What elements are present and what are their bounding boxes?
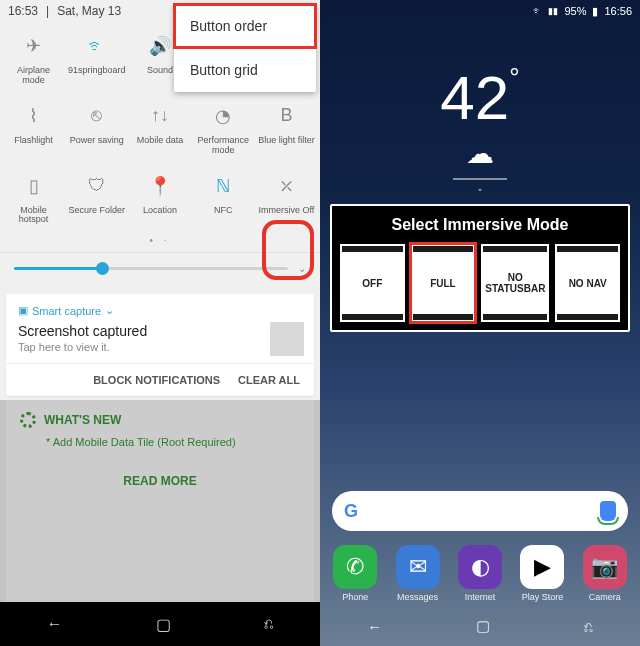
qs-label: Blue light filter <box>258 136 315 146</box>
notif-title: Screenshot captured <box>18 323 302 339</box>
battery-percent: 95% <box>564 5 586 17</box>
qs-tile-location[interactable]: 📍 Location <box>128 166 191 236</box>
messages-icon: ✉ <box>396 545 440 589</box>
qs-label: Secure Folder <box>69 206 126 216</box>
qs-label: NFC <box>214 206 233 216</box>
qs-label: Performance mode <box>194 136 252 156</box>
notif-app: Smart capture <box>32 305 101 317</box>
immersive-option-no-nav[interactable]: NO NAV <box>555 244 620 322</box>
home-icon[interactable]: ▢ <box>476 617 490 635</box>
recents-icon[interactable]: ⎌ <box>584 618 593 635</box>
status-bar: ᯤ ▮▮ 95% ▮ 16:56 <box>320 0 640 22</box>
overflow-menu: Button order Button grid <box>174 4 316 92</box>
mic-icon[interactable] <box>600 501 616 521</box>
clear-all-button[interactable]: CLEAR ALL <box>238 374 300 386</box>
qs-label: Location <box>143 206 177 216</box>
app-label: Camera <box>589 592 621 602</box>
qs-label: Power saving <box>70 136 124 146</box>
qs-tile-power[interactable]: ⎋ Power saving <box>65 96 128 166</box>
dialog-title: Select Immersive Mode <box>336 210 624 240</box>
qs-tile-immersive[interactable]: ⤫ Immersive Off <box>255 166 318 236</box>
immersive-icon: ⤫ <box>274 174 298 198</box>
status-date: Sat, May 13 <box>57 4 121 18</box>
playstore-icon: ▶ <box>520 545 564 589</box>
secure-icon: 🛡 <box>85 174 109 198</box>
whats-new-card: WHAT'S NEW * Add Mobile Data Tile (Root … <box>6 400 314 606</box>
app-label: Internet <box>465 592 496 602</box>
nfc-icon: ℕ <box>211 174 235 198</box>
phone-icon: ✆ <box>333 545 377 589</box>
app-internet[interactable]: ◐ Internet <box>451 545 509 602</box>
qs-tile-perf[interactable]: ◔ Performance mode <box>192 96 255 166</box>
notif-subtitle: Tap here to view it. <box>18 341 302 353</box>
app-label: Play Store <box>522 592 564 602</box>
chevron-down-icon[interactable]: ⌄ <box>105 304 114 317</box>
perf-icon: ◔ <box>211 104 235 128</box>
back-icon[interactable]: ← <box>367 618 382 635</box>
immersive-option-no-statusbar[interactable]: NO STATUSBAR <box>481 244 549 322</box>
flashlight-icon: ⌇ <box>22 104 46 128</box>
app-phone[interactable]: ✆ Phone <box>326 545 384 602</box>
back-icon[interactable]: ← <box>47 615 63 633</box>
widget-underline <box>453 178 507 180</box>
qs-label: 91springboard <box>68 66 126 76</box>
sound-icon: 🔊 <box>148 34 172 58</box>
bluefilter-icon: B <box>274 104 298 128</box>
google-search-bar[interactable]: G <box>332 491 628 531</box>
app-label: Messages <box>397 592 438 602</box>
degree-unit: ° <box>509 62 519 92</box>
nav-bar: ← ▢ ⎌ <box>320 606 640 646</box>
qs-label: Airplane mode <box>5 66 63 86</box>
wifi-icon: ᯤ <box>533 6 542 16</box>
weather-icon: ☁ <box>320 137 640 170</box>
immersive-option-full[interactable]: FULL <box>411 244 476 322</box>
menu-button-order[interactable]: Button order <box>174 4 316 48</box>
qs-tile-hotspot[interactable]: ▯ Mobile hotspot <box>2 166 65 236</box>
status-time: 16:56 <box>604 5 632 17</box>
screenshot-thumb[interactable] <box>270 322 304 356</box>
power-icon: ⎋ <box>85 104 109 128</box>
app-playstore[interactable]: ▶ Play Store <box>513 545 571 602</box>
qs-label: Mobile data <box>137 136 184 146</box>
recents-icon[interactable]: ⎌ <box>264 615 274 633</box>
airplane-icon: ✈ <box>22 34 46 58</box>
home-icon[interactable]: ▢ <box>156 615 171 634</box>
nav-bar: ← ▢ ⎌ <box>0 602 320 646</box>
brightness-slider[interactable]: ⌄ <box>0 252 320 288</box>
hotspot-icon: ▯ <box>22 174 46 198</box>
qs-label: Mobile hotspot <box>5 206 63 226</box>
qs-tile-data[interactable]: ↑↓ Mobile data <box>128 96 191 166</box>
google-logo-icon: G <box>344 501 358 522</box>
chevron-down-icon[interactable]: ⌄ <box>298 263 306 274</box>
qs-tile-secure[interactable]: 🛡 Secure Folder <box>65 166 128 236</box>
signal-icon: ▮▮ <box>548 6 558 16</box>
notification-card[interactable]: ▣ Smart capture ⌄ Screenshot captured Ta… <box>6 294 314 396</box>
weather-widget[interactable]: 42° ☁ <box>320 22 640 190</box>
immersive-option-off[interactable]: OFF <box>340 244 405 322</box>
left-screenshot: 16:53 | Sat, May 13 Button order Button … <box>0 0 320 646</box>
status-time: 16:53 <box>8 4 38 18</box>
qs-label: Immersive Off <box>258 206 314 216</box>
block-notifications-button[interactable]: BLOCK NOTIFICATIONS <box>93 374 220 386</box>
menu-button-grid[interactable]: Button grid <box>174 48 316 92</box>
app-camera[interactable]: 📷 Camera <box>576 545 634 602</box>
right-screenshot: ᯤ ▮▮ 95% ▮ 16:56 42° ☁ Select Immersive … <box>320 0 640 646</box>
qs-tile-bluefilter[interactable]: B Blue light filter <box>255 96 318 166</box>
app-label: Phone <box>342 592 368 602</box>
qs-tile-nfc[interactable]: ℕ NFC <box>192 166 255 236</box>
qs-tile-wifi[interactable]: ᯤ 91springboard <box>65 26 128 96</box>
qs-tile-airplane[interactable]: ✈ Airplane mode <box>2 26 65 96</box>
page-indicator[interactable]: • · <box>0 235 320 252</box>
camera-icon: 📷 <box>583 545 627 589</box>
qs-label: Flashlight <box>14 136 53 146</box>
app-messages[interactable]: ✉ Messages <box>388 545 446 602</box>
dimmed-background: WHAT'S NEW * Add Mobile Data Tile (Root … <box>0 400 320 646</box>
wifi-icon: ᯤ <box>85 34 109 58</box>
qs-tile-flashlight[interactable]: ⌇ Flashlight <box>2 96 65 166</box>
battery-icon: ▮ <box>592 5 598 18</box>
internet-icon: ◐ <box>458 545 502 589</box>
data-icon: ↑↓ <box>148 104 172 128</box>
immersive-dialog: Select Immersive Mode OFFFULLNO STATUSBA… <box>330 204 630 332</box>
smart-capture-icon: ▣ <box>18 304 28 317</box>
temperature: 42 <box>440 63 509 132</box>
